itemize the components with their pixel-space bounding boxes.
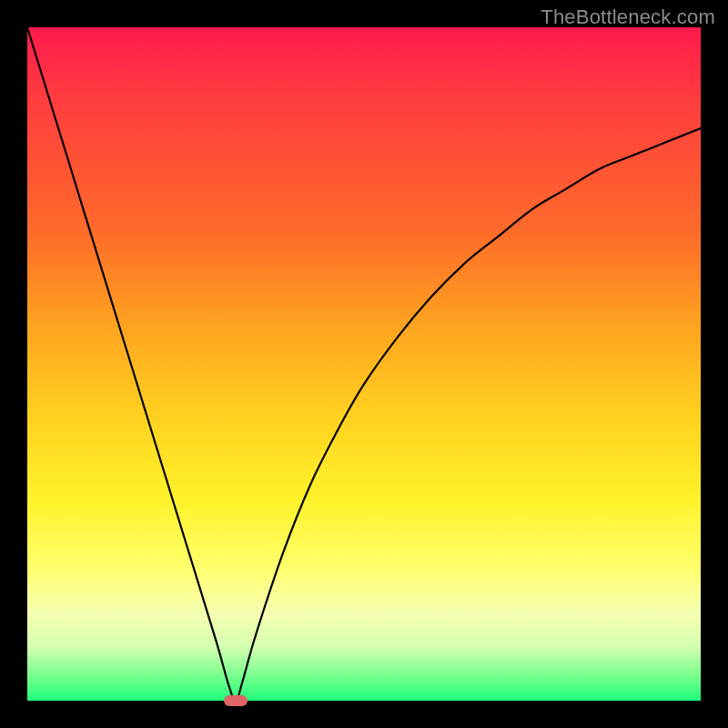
bottleneck-curve (27, 27, 701, 701)
optimal-point-marker (224, 695, 248, 706)
watermark-text: TheBottleneck.com (541, 5, 715, 29)
plot-area (27, 27, 701, 701)
chart-frame: TheBottleneck.com (0, 0, 728, 728)
